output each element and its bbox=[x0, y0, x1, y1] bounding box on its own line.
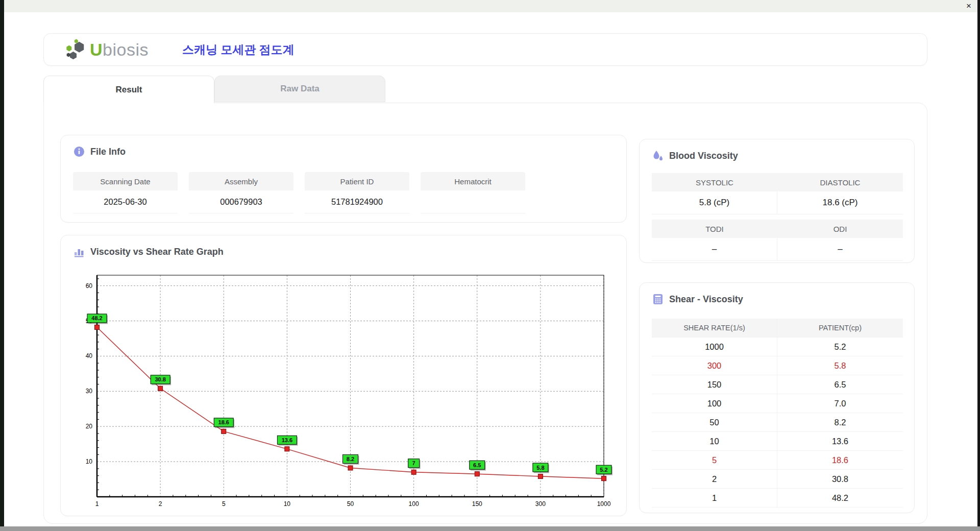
table-row: 100 7.0 bbox=[652, 394, 903, 413]
svg-text:20: 20 bbox=[86, 423, 93, 430]
shear-rate-cell: 1 bbox=[652, 489, 777, 508]
table-row: 5 18.6 bbox=[652, 451, 903, 470]
brand-rest: biosis bbox=[103, 40, 149, 59]
svg-text:100: 100 bbox=[409, 500, 419, 508]
calculator-icon bbox=[652, 293, 664, 305]
svg-text:300: 300 bbox=[535, 500, 546, 508]
field-value bbox=[421, 190, 525, 213]
window-left-border bbox=[0, 0, 4, 526]
field-label: Scanning Date bbox=[73, 172, 178, 190]
systolic-value: 5.8 (cP) bbox=[652, 191, 777, 214]
tab-raw-data[interactable]: Raw Data bbox=[214, 76, 385, 102]
file-info-fields: Scanning Date 2025-06-30 Assembly 000679… bbox=[73, 172, 525, 213]
svg-text:1000: 1000 bbox=[597, 500, 611, 508]
shear-viscosity-title: Shear - Viscosity bbox=[669, 294, 743, 305]
app-window: × Ubiosis 스캐닝 모세관 점도계 Result Raw Data bbox=[0, 0, 980, 531]
shear-rate-cell: 100 bbox=[652, 394, 777, 413]
blood-viscosity-title: Blood Viscosity bbox=[669, 151, 738, 161]
table-row: 300 5.8 bbox=[652, 356, 903, 375]
patient-cell: 30.8 bbox=[777, 470, 903, 489]
svg-text:5: 5 bbox=[222, 500, 226, 508]
todi-label: TODI bbox=[652, 220, 777, 238]
shear-rate-cell: 1000 bbox=[652, 337, 777, 356]
diastolic-value: 18.6 (cP) bbox=[777, 191, 903, 214]
svg-text:6.5: 6.5 bbox=[473, 462, 481, 468]
file-info-card: File Info Scanning Date 2025-06-30 Assem… bbox=[60, 135, 627, 223]
svg-text:5.8: 5.8 bbox=[536, 465, 544, 471]
patient-cell: 6.5 bbox=[777, 375, 903, 394]
shear-rate-cell: 10 bbox=[652, 432, 777, 451]
svg-text:50: 50 bbox=[347, 500, 354, 508]
diastolic-label: DIASTOLIC bbox=[777, 173, 903, 191]
table-row: 150 6.5 bbox=[652, 375, 903, 394]
blood-viscosity-card: Blood Viscosity SYSTOLIC DIASTOLIC 5.8 (… bbox=[639, 139, 915, 263]
file-info-title: File Info bbox=[90, 147, 126, 157]
field-hematocrit: Hematocrit bbox=[421, 172, 525, 213]
odi-value: – bbox=[777, 238, 903, 261]
table-header-row: SHEAR RATE(1/s) PATIENT(cp) bbox=[652, 319, 903, 337]
shear-rate-cell: 50 bbox=[652, 413, 777, 432]
field-patient-id: Patient ID 51781924900 bbox=[305, 172, 409, 213]
patient-column-header: PATIENT(cp) bbox=[777, 319, 903, 337]
svg-text:18.6: 18.6 bbox=[218, 419, 229, 425]
shear-rate-cell: 300 bbox=[652, 356, 777, 375]
blood-drop-icon bbox=[652, 150, 664, 162]
shear-rate-cell: 2 bbox=[652, 470, 777, 489]
shear-viscosity-card: Shear - Viscosity SHEAR RATE(1/s) PATIEN… bbox=[639, 282, 915, 513]
patient-cell: 8.2 bbox=[777, 413, 903, 432]
table-row: 1000 5.2 bbox=[652, 337, 903, 356]
table-row: 1 48.2 bbox=[652, 489, 903, 508]
shear-viscosity-table: SHEAR RATE(1/s) PATIENT(cp) 1000 5.2 300… bbox=[652, 319, 903, 508]
svg-text:10: 10 bbox=[284, 500, 291, 508]
svg-text:2: 2 bbox=[159, 500, 162, 508]
patient-cell: 7.0 bbox=[777, 394, 903, 413]
table-row: 50 8.2 bbox=[652, 413, 903, 432]
svg-text:8.2: 8.2 bbox=[347, 456, 354, 462]
graph-title: Viscosity vs Shear Rate Graph bbox=[90, 247, 224, 257]
ubiosis-hexagon-logo-icon bbox=[63, 39, 87, 60]
table-row: 10 13.6 bbox=[652, 432, 903, 451]
svg-text:30: 30 bbox=[86, 388, 93, 395]
field-label: Hematocrit bbox=[421, 172, 525, 190]
patient-cell: 13.6 bbox=[777, 432, 903, 451]
bar-chart-icon bbox=[73, 246, 85, 258]
svg-text:10: 10 bbox=[86, 458, 93, 465]
svg-text:13.6: 13.6 bbox=[282, 437, 292, 443]
app-header: Ubiosis 스캐닝 모세관 점도계 bbox=[43, 33, 927, 66]
svg-text:1: 1 bbox=[95, 500, 99, 508]
systolic-label: SYSTOLIC bbox=[652, 173, 777, 191]
viscosity-graph-card: Viscosity vs Shear Rate Graph 1020304050… bbox=[60, 235, 627, 516]
svg-text:48.2: 48.2 bbox=[91, 315, 102, 321]
viscosity-chart: 1020304050601251050100150300100048.230.8… bbox=[69, 268, 614, 512]
svg-text:40: 40 bbox=[86, 352, 93, 359]
field-value: 51781924900 bbox=[305, 190, 409, 213]
field-label: Assembly bbox=[189, 172, 293, 190]
table-row: 2 30.8 bbox=[652, 470, 903, 489]
shear-rate-cell: 5 bbox=[652, 451, 777, 470]
svg-text:30.8: 30.8 bbox=[155, 376, 165, 382]
patient-cell: 48.2 bbox=[777, 489, 903, 508]
blood-viscosity-grid: SYSTOLIC DIASTOLIC 5.8 (cP) 18.6 (cP) TO… bbox=[652, 173, 903, 261]
field-label: Patient ID bbox=[305, 172, 409, 190]
patient-cell: 18.6 bbox=[777, 451, 903, 470]
patient-cell: 5.8 bbox=[777, 356, 903, 375]
field-value: 2025-06-30 bbox=[73, 190, 178, 213]
svg-text:60: 60 bbox=[86, 282, 93, 289]
brand-name: Ubiosis bbox=[90, 40, 149, 60]
shear-rate-column-header: SHEAR RATE(1/s) bbox=[652, 319, 777, 337]
patient-cell: 5.2 bbox=[777, 337, 903, 356]
todi-value: – bbox=[652, 238, 777, 261]
field-value: 000679903 bbox=[189, 190, 293, 213]
odi-label: ODI bbox=[777, 220, 903, 238]
brand-letter-u: U bbox=[90, 40, 103, 59]
svg-text:150: 150 bbox=[472, 500, 482, 508]
svg-text:5.2: 5.2 bbox=[600, 467, 607, 473]
info-icon bbox=[73, 146, 85, 158]
window-right-border bbox=[977, 0, 980, 526]
brand-logo: Ubiosis bbox=[63, 39, 149, 60]
page-title: 스캐닝 모세관 점도계 bbox=[182, 42, 295, 58]
tab-result[interactable]: Result bbox=[43, 76, 214, 103]
shear-rate-cell: 150 bbox=[652, 375, 777, 394]
close-icon[interactable]: × bbox=[966, 1, 971, 11]
window-bottom-border bbox=[0, 526, 980, 531]
